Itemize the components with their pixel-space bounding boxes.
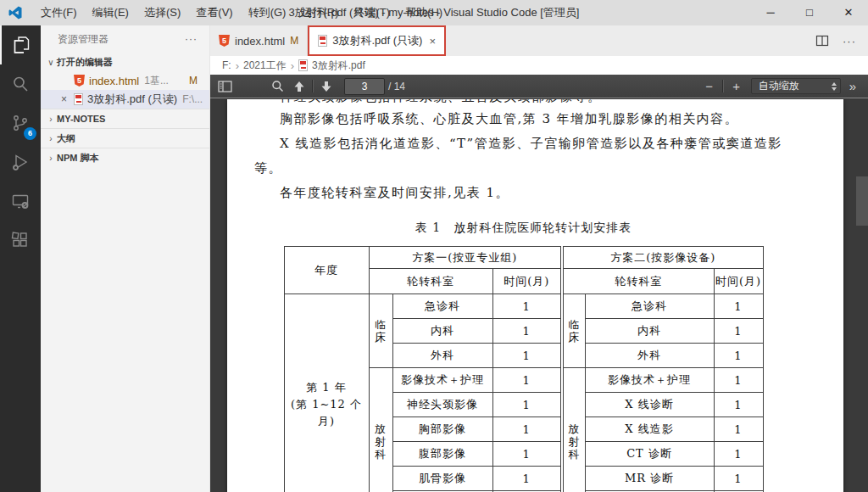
- menu-view[interactable]: 查看(V): [188, 0, 240, 25]
- scrollbar-thumb[interactable]: [856, 176, 868, 226]
- sidebar-section-npm-scripts[interactable]: › NPM 脚本: [41, 148, 209, 167]
- table-cell: 胸部影像: [392, 417, 492, 442]
- table-cell: 急诊科: [392, 294, 492, 319]
- table-cell: 1: [492, 393, 562, 417]
- table-cell: 神经头颈影像: [392, 393, 492, 417]
- next-page-icon[interactable]: [315, 75, 337, 97]
- breadcrumb-item-folder[interactable]: 2021工作: [243, 59, 287, 73]
- window-title: 3放射科.pdf (只读) - my-notes - Visual Studio…: [289, 5, 580, 20]
- close-icon[interactable]: ×: [429, 35, 436, 48]
- git-modified-badge: M: [290, 35, 298, 47]
- table-cell: CT 诊断: [585, 442, 714, 467]
- file-name: index.html: [89, 75, 139, 87]
- activity-bar: 6: [0, 25, 41, 492]
- breadcrumb-item-file[interactable]: 3放射科.pdf: [312, 59, 365, 73]
- tab-pdf[interactable]: 3放射科.pdf (只读) ×: [308, 25, 446, 56]
- remote-explorer-icon[interactable]: [0, 182, 41, 221]
- rotation-plan-table: 年度 方案一(按亚专业组) 方案二(按影像设备) 轮转科室 时间(月) 轮转科室…: [284, 246, 764, 492]
- table-cell: 腹部影像: [392, 442, 492, 467]
- page-number-input[interactable]: [344, 78, 385, 95]
- close-button[interactable]: ✕: [829, 0, 868, 25]
- file-description: F:\...: [182, 93, 203, 105]
- menu-file[interactable]: 文件(F): [33, 0, 85, 25]
- group-clinical-1: 临床: [369, 294, 392, 368]
- col-header-dept1: 轮转科室: [369, 269, 492, 294]
- toolbar-overflow-icon[interactable]: »: [849, 79, 856, 93]
- group-radiology-2: 放射科: [562, 368, 585, 492]
- html5-file-icon: 5: [219, 35, 230, 47]
- chevron-right-icon: ›: [45, 134, 57, 143]
- section-label: NPM 脚本: [57, 152, 99, 165]
- open-editor-item-index-html[interactable]: 5 index.html 1基... M: [41, 71, 209, 90]
- zoom-in-icon[interactable]: +: [726, 75, 748, 97]
- tab-label: index.html: [235, 35, 285, 48]
- pdf-viewer[interactable]: 神经头颈影像包括神经系统、五官及头颈部影像等。 胸部影像包括呼吸系统、心脏及大血…: [210, 98, 868, 492]
- breadcrumb-item-drive[interactable]: F:: [222, 59, 231, 71]
- table-cell: 1: [714, 417, 763, 442]
- run-debug-icon[interactable]: [0, 143, 41, 182]
- close-icon[interactable]: ×: [61, 93, 74, 105]
- previous-page-icon[interactable]: [288, 75, 310, 97]
- pdf-paragraph: X 线造影包括消化道造影、“T”管造影、子宫输卵管造影以及各种瘘管或窦道造影等。: [254, 131, 793, 181]
- explorer-icon[interactable]: [0, 25, 41, 64]
- git-modified-badge: M: [189, 75, 204, 87]
- select-arrows-icon: [832, 82, 837, 91]
- pdf-paragraph: 各年度轮转科室及时间安排,见表 1。: [254, 181, 793, 205]
- table-cell: 1: [492, 467, 562, 491]
- open-editor-item-pdf[interactable]: × 3放射科.pdf (只读) F:\...: [41, 90, 209, 109]
- open-editors-label: 打开的编辑器: [57, 56, 113, 69]
- toggle-sidebar-icon[interactable]: [214, 75, 236, 97]
- sidebar-section-outline[interactable]: › 大纲: [41, 128, 209, 148]
- table-cell: 急诊科: [585, 294, 714, 319]
- menu-selection[interactable]: 选择(S): [136, 0, 188, 25]
- scm-badge: 6: [24, 127, 36, 140]
- chevron-right-icon: ›: [291, 59, 294, 72]
- title-bar: 文件(F) 编辑(E) 选择(S) 查看(V) 转到(G) 运行(R) 终端(T…: [0, 0, 868, 25]
- vscode-logo-icon: [8, 5, 23, 20]
- zoom-out-icon[interactable]: −: [698, 75, 721, 97]
- pdf-file-icon: [74, 93, 83, 105]
- section-label: MY-NOTES: [57, 114, 105, 124]
- chevron-down-icon: ∨: [45, 58, 57, 67]
- table-cell: 1: [714, 319, 763, 344]
- split-editor-icon[interactable]: [815, 34, 829, 48]
- menu-edit[interactable]: 编辑(E): [85, 0, 136, 25]
- tab-index-html[interactable]: 5 index.html M: [210, 25, 308, 56]
- pdf-toolbar: / 14 − + 自动缩放 »: [210, 75, 868, 98]
- file-description: 1基...: [144, 74, 169, 88]
- pdf-search-icon[interactable]: [266, 75, 288, 97]
- table-cell: 1: [714, 294, 763, 319]
- col-header-year: 年度: [284, 247, 369, 294]
- table-cell: 内科: [585, 319, 714, 344]
- table-cell: 外科: [392, 344, 492, 368]
- open-editors-header[interactable]: ∨ 打开的编辑器: [41, 53, 209, 71]
- sidebar-title: 资源管理器: [58, 32, 108, 47]
- sidebar-more-actions-icon[interactable]: ···: [185, 33, 198, 45]
- section-label: 大纲: [57, 132, 75, 145]
- col-header-scheme2: 方案二(按影像设备): [562, 247, 763, 269]
- tab-bar: 5 index.html M 3放射科.pdf (只读) × ···: [210, 25, 868, 56]
- extensions-icon[interactable]: [0, 221, 41, 260]
- pdf-page: 神经头颈影像包括神经系统、五官及头颈部影像等。 胸部影像包括呼吸系统、心脏及大血…: [227, 99, 843, 492]
- year-cell: 第 1 年 (第 1~12 个月): [284, 294, 369, 492]
- window-controls: ─ □ ✕: [751, 0, 868, 25]
- table-cell: 1: [714, 442, 763, 467]
- maximize-button[interactable]: □: [790, 0, 829, 25]
- group-radiology-1: 放射科: [369, 368, 392, 492]
- source-control-icon[interactable]: 6: [0, 103, 41, 143]
- menu-go[interactable]: 转到(G): [241, 0, 294, 25]
- html5-file-icon: 5: [74, 75, 85, 87]
- explorer-sidebar: 资源管理器 ··· ∨ 打开的编辑器 5 index.html 1基... M …: [41, 25, 210, 492]
- table-cell: 外科: [585, 344, 714, 368]
- editor-more-actions-icon[interactable]: ···: [843, 35, 856, 48]
- table-cell: 1: [714, 368, 763, 393]
- table-cell: 1: [714, 393, 763, 417]
- search-icon[interactable]: [0, 64, 41, 103]
- sidebar-section-my-notes[interactable]: › MY-NOTES: [41, 109, 209, 128]
- table-cell: 影像技术＋护理: [585, 368, 714, 393]
- table-cell: 内科: [392, 319, 492, 344]
- pdf-paragraph: 胸部影像包括呼吸系统、心脏及大血管,第 3 年增加乳腺影像的相关内容。: [254, 107, 793, 131]
- zoom-mode-select[interactable]: 自动缩放: [751, 78, 841, 94]
- tab-label: 3放射科.pdf (只读): [332, 33, 422, 48]
- minimize-button[interactable]: ─: [751, 0, 790, 25]
